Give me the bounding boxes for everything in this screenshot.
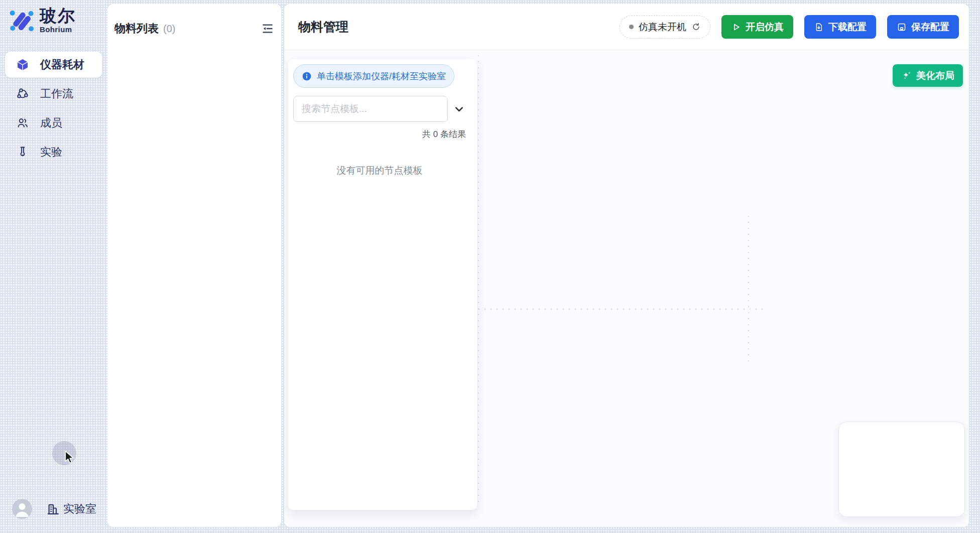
play-icon	[731, 22, 741, 32]
template-hint-banner: 单击模板添加仪器/耗材至实验室	[293, 64, 454, 88]
file-download-icon	[814, 22, 824, 32]
brand-logo: 玻尔 Bohrium	[8, 7, 76, 34]
beautify-layout-button[interactable]: 美化布局	[893, 64, 963, 87]
canvas-grid-line	[748, 216, 749, 363]
sidebar-item-experiments[interactable]: 实验	[5, 139, 102, 165]
empty-template-message: 没有可用的节点模板	[293, 164, 466, 177]
save-config-button[interactable]: 保存配置	[887, 15, 959, 39]
cube-icon	[16, 58, 29, 71]
download-config-button[interactable]: 下载配置	[804, 15, 876, 39]
download-config-label: 下载配置	[828, 21, 867, 34]
start-simulation-label: 开启仿真	[746, 21, 784, 34]
sidebar-item-label: 成员	[40, 115, 62, 130]
collapse-panel-button[interactable]	[260, 21, 275, 36]
brand-name-en: Bohrium	[40, 25, 76, 34]
save-config-label: 保存配置	[911, 21, 949, 34]
bohrium-logo-icon	[8, 7, 34, 33]
canvas-grid-line	[478, 55, 479, 507]
sidebar-item-label: 实验	[40, 145, 62, 160]
sidebar-item-instruments[interactable]: 仪器耗材	[5, 52, 102, 78]
simulation-status-label: 仿真未开机	[639, 21, 686, 34]
workflow-icon	[16, 87, 29, 100]
canvas-grid-line	[478, 309, 765, 310]
materials-panel-header: 物料列表 (0)	[107, 4, 281, 36]
expand-filters-button[interactable]	[452, 102, 466, 116]
sidebar-nav: 仪器耗材 工作流 成员	[5, 52, 102, 165]
info-icon	[302, 71, 312, 81]
user-avatar[interactable]	[12, 499, 32, 519]
template-hint-text: 单击模板添加仪器/耗材至实验室	[317, 70, 446, 82]
materials-panel-title: 物料列表	[114, 21, 159, 36]
members-icon	[16, 116, 29, 129]
flow-canvas[interactable]: 美化布局 单击模板添加仪器/耗材至实验室	[284, 50, 969, 527]
template-search-row	[293, 96, 466, 122]
materials-panel: 物料列表 (0)	[107, 4, 281, 527]
search-input[interactable]	[293, 96, 448, 122]
chevron-down-icon	[453, 103, 465, 115]
beautify-layout-label: 美化布局	[916, 69, 954, 82]
sidebar-item-members[interactable]: 成员	[5, 110, 102, 136]
sidebar-item-label: 工作流	[40, 86, 73, 101]
sparkles-icon	[901, 70, 912, 81]
sidebar: 玻尔 Bohrium 仪器耗材 工作流	[0, 0, 107, 533]
canvas-minimap[interactable]	[838, 422, 965, 517]
page-title: 物料管理	[298, 19, 348, 35]
building-icon	[46, 502, 60, 516]
start-simulation-button[interactable]: 开启仿真	[721, 15, 793, 39]
workspace-label[interactable]: 实验室	[63, 501, 96, 516]
sidebar-item-label: 仪器耗材	[40, 57, 84, 72]
results-count: 共 0 条结果	[293, 128, 466, 140]
page-header: 物料管理 仿真未开机 开启仿真	[284, 4, 969, 50]
status-dot-icon	[629, 25, 634, 29]
simulation-status-pill[interactable]: 仿真未开机	[620, 16, 710, 39]
node-template-panel: 单击模板添加仪器/耗材至实验室 共 0 条结果 没有可用的节点模板	[288, 59, 477, 510]
materials-count: (0)	[163, 23, 175, 35]
sidebar-footer: 实验室	[12, 499, 96, 519]
refresh-icon[interactable]	[691, 22, 701, 32]
save-icon	[897, 22, 907, 32]
header-actions: 仿真未开机 开启仿真	[620, 15, 959, 39]
main-panel: 物料管理 仿真未开机 开启仿真	[284, 4, 969, 527]
experiment-icon	[16, 146, 29, 159]
brand-name-zh: 玻尔	[40, 7, 76, 25]
mouse-cursor	[63, 450, 76, 467]
sidebar-item-workflow[interactable]: 工作流	[5, 81, 102, 107]
